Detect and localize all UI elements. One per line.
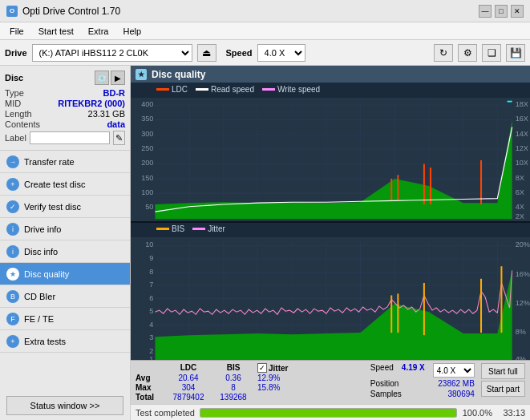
svg-text:16%: 16% <box>516 269 530 277</box>
speed-select[interactable]: 4.0 X <box>257 44 305 62</box>
copy-button[interactable]: ❑ <box>482 44 501 62</box>
speed-val: 4.19 X <box>402 363 425 378</box>
drive-label: Drive <box>5 48 27 58</box>
nav-transfer-rate[interactable]: → Transfer rate <box>0 151 130 173</box>
nav-drive-info-label: Drive info <box>24 224 61 234</box>
read-speed-legend-label: Read speed <box>211 85 254 94</box>
label-edit-button[interactable]: ✎ <box>113 131 125 145</box>
menu-start-test[interactable]: Start test <box>32 25 80 38</box>
chart-wrapper: LDC Read speed Write speed <box>131 83 530 360</box>
svg-text:6: 6 <box>149 293 153 301</box>
svg-text:250: 250 <box>141 144 153 151</box>
menu-file[interactable]: File <box>3 25 30 38</box>
samples-label: Samples <box>370 390 402 398</box>
write-speed-legend-label: Write speed <box>277 85 320 94</box>
svg-text:9: 9 <box>149 253 153 261</box>
svg-text:20%: 20% <box>516 240 530 248</box>
titlebar: O Opti Drive Control 1.70 — □ ✕ <box>0 0 530 22</box>
nav-create-test-disc[interactable]: + Create test disc <box>0 173 130 196</box>
svg-text:8X: 8X <box>516 174 524 181</box>
nav-disc-info[interactable]: i Disc info <box>0 240 130 263</box>
progress-time: 33:13 <box>497 408 525 418</box>
save-button[interactable]: 💾 <box>506 44 525 62</box>
eject-button[interactable]: ⏏ <box>197 44 216 62</box>
svg-text:6X: 6X <box>516 188 524 196</box>
nav-drive-info[interactable]: i Drive info <box>0 218 130 240</box>
nav-verify-test-disc-label: Verify test disc <box>24 202 81 212</box>
label-key: Label <box>5 133 26 143</box>
svg-text:50: 50 <box>145 204 153 211</box>
fe-te-icon: F <box>6 313 19 325</box>
disc-title: Disc <box>5 73 23 83</box>
ldc-legend: LDC <box>156 85 188 94</box>
nav-verify-test-disc[interactable]: ✓ Verify test disc <box>0 196 130 218</box>
disc-quality-icon: ★ <box>6 268 19 281</box>
nav-fe-te[interactable]: F FE / TE <box>0 308 130 330</box>
create-disc-icon: + <box>6 178 19 191</box>
svg-text:200: 200 <box>141 160 153 167</box>
position-label: Position <box>370 379 399 388</box>
refresh-button[interactable]: ↻ <box>434 44 453 62</box>
mid-key: MID <box>5 99 21 108</box>
label-input[interactable] <box>30 131 110 144</box>
position-val: 23862 MB <box>438 379 475 388</box>
contents-key: Contents <box>5 119 40 129</box>
menu-help[interactable]: Help <box>116 25 148 38</box>
ldc-col-header: LDC <box>168 363 209 373</box>
toolbar: Drive (K:) ATAPI iHBS112 2 CL0K ⏏ Speed … <box>0 40 530 66</box>
max-jitter: 15.8% <box>257 383 314 392</box>
read-speed-legend: Read speed <box>196 85 254 94</box>
top-chart: LDC Read speed Write speed <box>131 83 530 212</box>
content-title: Disc quality <box>152 69 205 80</box>
stats-bar: LDC BIS ✓ Jitter Avg 20.64 0.36 12.9% Ma… <box>131 360 530 404</box>
disc-eject-btn[interactable]: ▶ <box>111 71 125 85</box>
svg-text:8%: 8% <box>516 328 526 336</box>
nav-extra-tests-label: Extra tests <box>24 337 66 346</box>
svg-text:16X: 16X <box>516 115 528 123</box>
top-chart-svg: 400 350 300 250 200 150 100 50 18X 16X 1… <box>131 98 530 227</box>
status-window-button[interactable]: Status window >> <box>6 396 123 415</box>
avg-bis: 0.36 <box>212 374 254 382</box>
maximize-button[interactable]: □ <box>495 5 508 18</box>
app-title: Opti Drive Control 1.70 <box>22 6 120 17</box>
contents-value: data <box>107 119 125 129</box>
content-area: ★ Disc quality LDC Read speed <box>131 66 530 420</box>
nav-transfer-rate-label: Transfer rate <box>24 157 75 167</box>
svg-text:4X: 4X <box>516 204 524 211</box>
svg-text:300: 300 <box>141 130 153 137</box>
svg-text:14X: 14X <box>516 130 528 137</box>
total-bis: 139268 <box>212 393 254 402</box>
start-full-button[interactable]: Start full <box>481 363 525 379</box>
disc-info-icon: i <box>6 245 19 258</box>
transfer-rate-icon: → <box>6 155 19 168</box>
minimize-button[interactable]: — <box>479 5 492 18</box>
menu-extra[interactable]: Extra <box>82 25 115 38</box>
settings-button[interactable]: ⚙ <box>458 44 477 62</box>
progress-status: Test completed <box>136 408 195 418</box>
drive-info-icon: i <box>6 223 19 236</box>
verify-disc-icon: ✓ <box>6 200 19 213</box>
bis-legend: BIS <box>156 224 184 233</box>
jitter-checkbox[interactable]: ✓ <box>257 363 267 373</box>
sidebar: Disc 💿 ▶ Type BD-R MID RITEKBR2 (000) Le… <box>0 66 131 420</box>
nav-extra-tests[interactable]: + Extra tests <box>0 330 130 353</box>
svg-text:3: 3 <box>149 333 153 341</box>
disc-panel: Disc 💿 ▶ Type BD-R MID RITEKBR2 (000) Le… <box>0 66 130 151</box>
speed-target-select[interactable]: 4.0 X <box>433 363 475 378</box>
svg-text:150: 150 <box>141 174 153 181</box>
bis-col-header: BIS <box>212 363 254 373</box>
menubar: File Start test Extra Help <box>0 22 530 40</box>
avg-jitter: 12.9% <box>257 374 314 382</box>
avg-ldc: 20.64 <box>168 374 209 382</box>
close-button[interactable]: ✕ <box>511 5 524 18</box>
disc-icon-btn[interactable]: 💿 <box>95 71 109 85</box>
nav-disc-quality[interactable]: ★ Disc quality <box>0 263 130 285</box>
drive-select[interactable]: (K:) ATAPI iHBS112 2 CL0K <box>32 44 192 62</box>
svg-text:400: 400 <box>141 100 153 107</box>
bottom-chart: BIS Jitter <box>131 221 530 352</box>
samples-val: 380694 <box>447 390 474 398</box>
svg-text:2: 2 <box>149 346 153 354</box>
svg-text:350: 350 <box>141 115 153 123</box>
start-part-button[interactable]: Start part <box>481 381 525 397</box>
nav-cd-bier[interactable]: B CD BIer <box>0 285 130 308</box>
